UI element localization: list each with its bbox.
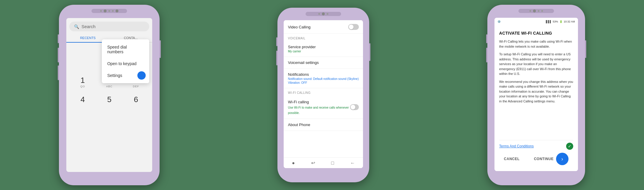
action-buttons-row: CANCEL CONTINUE › (499, 150, 573, 168)
wifi-calling-subtitle: Use Wi-Fi to make and receive calls when… (288, 106, 349, 115)
voicemail-settings-label: Voicemail settings (288, 60, 359, 65)
cancel-button[interactable]: CANCEL (504, 157, 520, 161)
wifi-calling-label: Wi-Fi calling (288, 100, 309, 104)
modal-paragraph-1: Wi-Fi Calling lets you make calls using … (499, 39, 573, 49)
dropdown-item-speed-dial[interactable]: Speed dial numbers (102, 41, 149, 58)
wifi-calling-modal: ACTIVATE WI-FI CALLING Wi-Fi Calling let… (494, 25, 578, 171)
accept-check-icon[interactable]: ✓ (566, 143, 573, 150)
volume-down-button (58, 48, 59, 62)
sensor3 (112, 10, 114, 12)
sensor (318, 13, 320, 15)
notifications-item[interactable]: Notifications Notification sound: Defaul… (284, 69, 363, 88)
continue-circle-button[interactable]: › (556, 153, 568, 165)
nav-back-icon[interactable]: ← (350, 160, 355, 166)
power-button (160, 40, 161, 58)
dropdown-item-open-keypad[interactable]: Open to keypad (102, 58, 149, 70)
wifi-calling-toggle[interactable] (350, 104, 359, 110)
notifications-vibration: Vibration: OFF (288, 81, 359, 84)
volume-down-button (486, 48, 487, 62)
video-calling-toggle[interactable] (348, 24, 359, 30)
signal-icon: ▌▌▌ (546, 20, 552, 23)
camera (322, 12, 325, 15)
phone-3: ⚙️ ▌▌▌ 53% 🔋 10:32 AM ACTIVATE WI-FI CAL… (487, 5, 585, 185)
camera (104, 9, 107, 12)
continue-label: CONTINUE (534, 157, 554, 161)
about-phone-label: About Phone (288, 123, 359, 127)
phone2-screen: Video Calling VOICEMAIL Service provider… (284, 20, 363, 168)
voicemail-section-header: VOICEMAIL (284, 34, 363, 41)
video-calling-label: Video Calling (288, 25, 310, 29)
modal-title: ACTIVATE WI-FI CALLING (499, 31, 573, 36)
sensor (529, 10, 531, 12)
dropdown-item-settings[interactable]: Settings (102, 70, 149, 81)
notifications-label: Notifications (288, 72, 359, 77)
network-icon: ⚙️ (497, 20, 501, 23)
volume-up-button (486, 34, 487, 43)
wifi-calling-section-header: WI-FI CALLING (284, 88, 363, 96)
phone2-top-bar (306, 12, 341, 16)
service-provider-item[interactable]: Service provider My carrier (284, 41, 363, 57)
modal-body: Wi-Fi Calling lets you make calls using … (499, 39, 573, 137)
nav-bar: ● ↩ □ ← (284, 157, 363, 168)
volume-up-button (58, 34, 59, 43)
phone-1: 🔍 Search RECENTS CONTA... Speed dial num… (59, 5, 160, 185)
wifi-calling-item[interactable]: Wi-Fi calling Use Wi-Fi to make and rece… (284, 96, 363, 119)
voicemail-settings-item[interactable]: Voicemail settings (284, 57, 363, 69)
service-provider-value: My carrier (288, 50, 359, 53)
toggle-thumb (349, 25, 354, 29)
battery-label: 53% (553, 20, 558, 23)
about-phone-item[interactable]: About Phone (284, 119, 363, 131)
battery-icon: 🔋 (559, 20, 563, 23)
settings-active-indicator (137, 71, 146, 80)
time-label: 10:32 AM (564, 20, 575, 23)
nav-menu-icon[interactable]: □ (331, 160, 334, 166)
power-button (369, 43, 370, 61)
nav-home-icon[interactable]: ● (292, 160, 295, 166)
notifications-subtitle: Notification sound: Default notification… (288, 77, 359, 80)
service-provider-label: Service provider (288, 45, 359, 49)
nav-recent-icon[interactable]: ↩ (311, 160, 315, 166)
volume-up-button (276, 37, 277, 46)
modal-footer: Terms And Conditions ✓ (499, 140, 573, 150)
toggle-thumb2 (351, 105, 355, 110)
phone3-screen: ⚙️ ▌▌▌ 53% 🔋 10:32 AM ACTIVATE WI-FI CAL… (494, 18, 578, 171)
phone1-top-bar (91, 9, 127, 13)
video-calling-item[interactable]: Video Calling (284, 20, 363, 34)
camera2 (115, 9, 118, 12)
terms-and-conditions-link[interactable]: Terms And Conditions (499, 144, 534, 148)
sensor3 (541, 10, 543, 12)
bixby-button (58, 65, 59, 80)
phone-2: Video Calling VOICEMAIL Service provider… (277, 8, 369, 182)
continue-button-group[interactable]: CONTINUE › (534, 153, 568, 165)
modal-paragraph-2: To setup Wi-Fi Calling you will need to … (499, 52, 573, 76)
power-button (585, 40, 586, 58)
status-bar: ⚙️ ▌▌▌ 53% 🔋 10:32 AM (494, 18, 578, 25)
sensor2 (108, 10, 110, 12)
modal-paragraph-3: We recommend you change this address whe… (499, 79, 573, 104)
camera (533, 9, 536, 12)
dropdown-menu: Speed dial numbers Open to keypad Settin… (102, 39, 149, 83)
status-left-icons: ⚙️ (497, 20, 501, 23)
sensor2 (327, 13, 328, 15)
phone1-screen: 🔍 Search RECENTS CONTA... Speed dial num… (66, 18, 152, 172)
phone3-top-bar (518, 9, 554, 13)
volume-down-button (276, 51, 277, 65)
sensor2 (538, 10, 539, 12)
sensor (100, 10, 102, 12)
status-right-icons: ▌▌▌ 53% 🔋 10:32 AM (546, 20, 575, 23)
